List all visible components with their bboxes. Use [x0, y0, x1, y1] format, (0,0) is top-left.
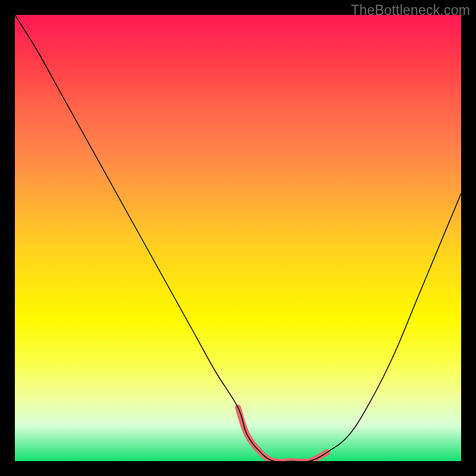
curve-layer: [15, 15, 461, 461]
plot-area: [15, 15, 461, 461]
chart-frame: TheBottleneck.com: [0, 0, 476, 476]
bottleneck-curve: [15, 15, 461, 461]
watermark-text: TheBottleneck.com: [351, 2, 470, 18]
optimal-range-highlight: [238, 408, 327, 461]
